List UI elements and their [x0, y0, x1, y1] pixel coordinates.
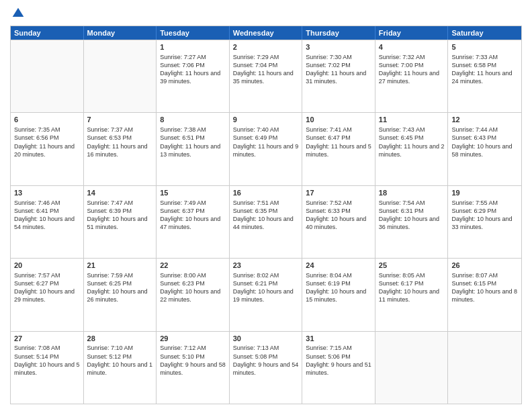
cell-info: Sunrise: 8:07 AM Sunset: 6:15 PM Dayligh…	[451, 271, 518, 304]
cell-info: Sunrise: 7:10 AM Sunset: 5:12 PM Dayligh…	[87, 344, 153, 377]
calendar-row-3: 20Sunrise: 7:57 AM Sunset: 6:27 PM Dayli…	[11, 258, 521, 330]
cell-info: Sunrise: 8:05 AM Sunset: 6:17 PM Dayligh…	[379, 271, 445, 304]
cell-info: Sunrise: 7:12 AM Sunset: 5:10 PM Dayligh…	[160, 344, 226, 377]
calendar-cell-empty	[448, 332, 521, 404]
cell-info: Sunrise: 8:04 AM Sunset: 6:19 PM Dayligh…	[306, 271, 371, 304]
calendar: SundayMondayTuesdayWednesdayThursdayFrid…	[10, 26, 522, 404]
day-number: 15	[160, 188, 226, 198]
calendar-row-2: 13Sunrise: 7:46 AM Sunset: 6:41 PM Dayli…	[11, 185, 521, 258]
cell-info: Sunrise: 7:41 AM Sunset: 6:47 PM Dayligh…	[306, 126, 371, 158]
calendar-cell-day-8: 8Sunrise: 7:38 AM Sunset: 6:51 PM Daylig…	[157, 113, 230, 185]
cell-info: Sunrise: 7:55 AM Sunset: 6:29 PM Dayligh…	[451, 199, 518, 232]
day-number: 6	[14, 115, 80, 125]
calendar-cell-day-7: 7Sunrise: 7:37 AM Sunset: 6:53 PM Daylig…	[84, 113, 157, 185]
calendar-cell-empty	[84, 40, 157, 112]
day-number: 1	[160, 42, 226, 52]
calendar-cell-day-21: 21Sunrise: 7:59 AM Sunset: 6:25 PM Dayli…	[84, 259, 157, 330]
calendar-cell-day-26: 26Sunrise: 8:07 AM Sunset: 6:15 PM Dayli…	[448, 259, 521, 330]
day-number: 19	[451, 188, 518, 198]
day-number: 31	[306, 334, 371, 344]
calendar-cell-day-20: 20Sunrise: 7:57 AM Sunset: 6:27 PM Dayli…	[11, 259, 84, 330]
calendar-cell-day-3: 3Sunrise: 7:30 AM Sunset: 7:02 PM Daylig…	[302, 40, 375, 112]
day-number: 20	[14, 261, 80, 271]
day-number: 5	[451, 42, 518, 52]
cell-info: Sunrise: 7:35 AM Sunset: 6:56 PM Dayligh…	[14, 126, 80, 158]
day-number: 7	[87, 115, 153, 125]
calendar-cell-day-23: 23Sunrise: 8:02 AM Sunset: 6:21 PM Dayli…	[230, 259, 303, 330]
day-number: 13	[14, 188, 80, 198]
day-number: 3	[306, 42, 371, 52]
calendar-cell-day-14: 14Sunrise: 7:47 AM Sunset: 6:39 PM Dayli…	[84, 186, 157, 258]
calendar-cell-day-6: 6Sunrise: 7:35 AM Sunset: 6:56 PM Daylig…	[11, 113, 84, 185]
calendar-cell-day-5: 5Sunrise: 7:33 AM Sunset: 6:58 PM Daylig…	[448, 40, 521, 112]
day-number: 23	[233, 261, 299, 271]
calendar-cell-day-13: 13Sunrise: 7:46 AM Sunset: 6:41 PM Dayli…	[11, 186, 84, 258]
cell-info: Sunrise: 7:30 AM Sunset: 7:02 PM Dayligh…	[306, 53, 371, 86]
cell-info: Sunrise: 7:43 AM Sunset: 6:45 PM Dayligh…	[379, 126, 445, 158]
weekday-header-monday: Monday	[84, 26, 157, 40]
calendar-cell-day-25: 25Sunrise: 8:05 AM Sunset: 6:17 PM Dayli…	[375, 259, 449, 330]
calendar-cell-day-28: 28Sunrise: 7:10 AM Sunset: 5:12 PM Dayli…	[84, 332, 157, 404]
logo	[10, 7, 26, 20]
page-header	[10, 7, 522, 20]
svg-marker-0	[13, 8, 24, 17]
calendar-cell-day-1: 1Sunrise: 7:27 AM Sunset: 7:06 PM Daylig…	[157, 40, 230, 112]
calendar-cell-day-24: 24Sunrise: 8:04 AM Sunset: 6:19 PM Dayli…	[302, 259, 375, 330]
calendar-cell-day-16: 16Sunrise: 7:51 AM Sunset: 6:35 PM Dayli…	[230, 186, 303, 258]
day-number: 12	[451, 115, 518, 125]
cell-info: Sunrise: 7:47 AM Sunset: 6:39 PM Dayligh…	[87, 199, 153, 232]
calendar-cell-day-19: 19Sunrise: 7:55 AM Sunset: 6:29 PM Dayli…	[448, 186, 521, 258]
logo-icon	[11, 7, 25, 20]
cell-info: Sunrise: 7:37 AM Sunset: 6:53 PM Dayligh…	[87, 126, 153, 158]
cell-info: Sunrise: 8:00 AM Sunset: 6:23 PM Dayligh…	[160, 271, 226, 304]
weekday-header-thursday: Thursday	[302, 26, 375, 40]
day-number: 17	[306, 188, 371, 198]
day-number: 4	[379, 42, 445, 52]
cell-info: Sunrise: 7:57 AM Sunset: 6:27 PM Dayligh…	[14, 271, 80, 304]
cell-info: Sunrise: 7:27 AM Sunset: 7:06 PM Dayligh…	[160, 53, 226, 86]
calendar-row-0: 1Sunrise: 7:27 AM Sunset: 7:06 PM Daylig…	[11, 40, 521, 112]
calendar-cell-empty	[11, 40, 84, 112]
weekday-header-friday: Friday	[375, 26, 449, 40]
cell-info: Sunrise: 7:51 AM Sunset: 6:35 PM Dayligh…	[233, 199, 299, 232]
calendar-cell-empty	[375, 332, 449, 404]
cell-info: Sunrise: 7:40 AM Sunset: 6:49 PM Dayligh…	[233, 126, 299, 158]
day-number: 11	[379, 115, 445, 125]
calendar-cell-day-12: 12Sunrise: 7:44 AM Sunset: 6:43 PM Dayli…	[448, 113, 521, 185]
cell-info: Sunrise: 7:33 AM Sunset: 6:58 PM Dayligh…	[451, 53, 518, 86]
calendar-cell-day-15: 15Sunrise: 7:49 AM Sunset: 6:37 PM Dayli…	[157, 186, 230, 258]
calendar-cell-day-29: 29Sunrise: 7:12 AM Sunset: 5:10 PM Dayli…	[157, 332, 230, 404]
cell-info: Sunrise: 7:49 AM Sunset: 6:37 PM Dayligh…	[160, 199, 226, 232]
cell-info: Sunrise: 7:59 AM Sunset: 6:25 PM Dayligh…	[87, 271, 153, 304]
day-number: 16	[233, 188, 299, 198]
calendar-cell-day-9: 9Sunrise: 7:40 AM Sunset: 6:49 PM Daylig…	[230, 113, 303, 185]
cell-info: Sunrise: 7:52 AM Sunset: 6:33 PM Dayligh…	[306, 199, 371, 232]
day-number: 22	[160, 261, 226, 271]
cell-info: Sunrise: 7:38 AM Sunset: 6:51 PM Dayligh…	[160, 126, 226, 158]
calendar-cell-day-31: 31Sunrise: 7:15 AM Sunset: 5:06 PM Dayli…	[302, 332, 375, 404]
cell-info: Sunrise: 7:54 AM Sunset: 6:31 PM Dayligh…	[379, 199, 445, 232]
day-number: 24	[306, 261, 371, 271]
calendar-row-4: 27Sunrise: 7:08 AM Sunset: 5:14 PM Dayli…	[11, 331, 521, 404]
calendar-cell-day-2: 2Sunrise: 7:29 AM Sunset: 7:04 PM Daylig…	[230, 40, 303, 112]
weekday-header-sunday: Sunday	[11, 26, 84, 40]
day-number: 26	[451, 261, 518, 271]
calendar-cell-day-27: 27Sunrise: 7:08 AM Sunset: 5:14 PM Dayli…	[11, 332, 84, 404]
day-number: 10	[306, 115, 371, 125]
calendar-cell-day-11: 11Sunrise: 7:43 AM Sunset: 6:45 PM Dayli…	[375, 113, 449, 185]
calendar-header: SundayMondayTuesdayWednesdayThursdayFrid…	[11, 26, 521, 40]
day-number: 25	[379, 261, 445, 271]
calendar-cell-day-10: 10Sunrise: 7:41 AM Sunset: 6:47 PM Dayli…	[302, 113, 375, 185]
cell-info: Sunrise: 7:32 AM Sunset: 7:00 PM Dayligh…	[379, 53, 445, 86]
day-number: 18	[379, 188, 445, 198]
weekday-header-tuesday: Tuesday	[157, 26, 230, 40]
cell-info: Sunrise: 8:02 AM Sunset: 6:21 PM Dayligh…	[233, 271, 299, 304]
weekday-header-wednesday: Wednesday	[230, 26, 303, 40]
day-number: 29	[160, 334, 226, 344]
cell-info: Sunrise: 7:44 AM Sunset: 6:43 PM Dayligh…	[451, 126, 518, 158]
day-number: 2	[233, 42, 299, 52]
day-number: 21	[87, 261, 153, 271]
day-number: 8	[160, 115, 226, 125]
calendar-cell-day-4: 4Sunrise: 7:32 AM Sunset: 7:00 PM Daylig…	[375, 40, 449, 112]
cell-info: Sunrise: 7:08 AM Sunset: 5:14 PM Dayligh…	[14, 344, 80, 377]
